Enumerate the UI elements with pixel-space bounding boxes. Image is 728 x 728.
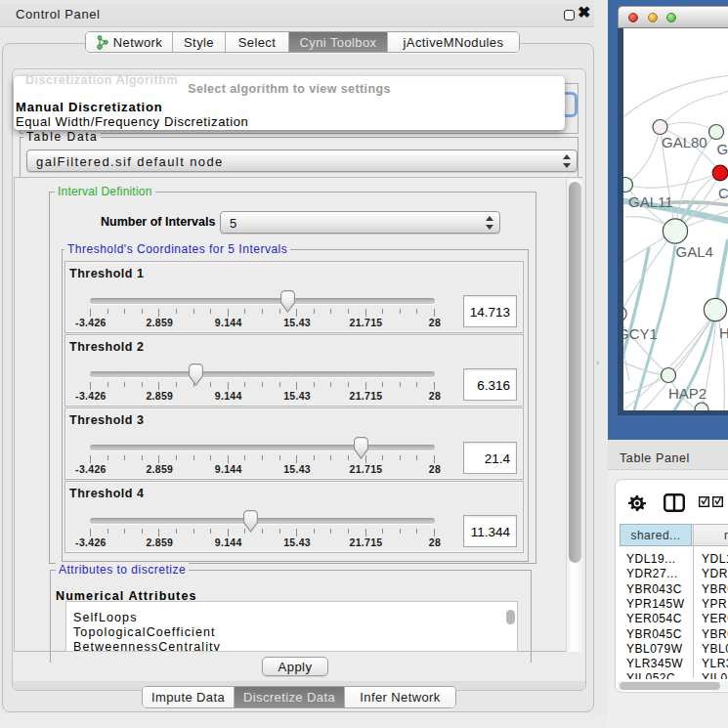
svg-text:HAP2: HAP2 bbox=[668, 385, 707, 402]
svg-text:GAL80: GAL80 bbox=[662, 134, 707, 150]
svg-text:C: C bbox=[718, 185, 728, 201]
svg-text:GAL4: GAL4 bbox=[676, 243, 713, 260]
svg-text:GAL11: GAL11 bbox=[628, 193, 673, 210]
svg-text:GA: GA bbox=[717, 141, 728, 157]
svg-text:GCY1: GCY1 bbox=[623, 325, 658, 342]
svg-text:H: H bbox=[719, 324, 728, 341]
